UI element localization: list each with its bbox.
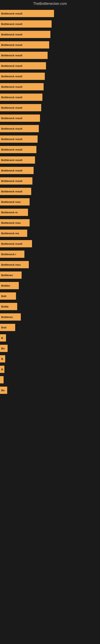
bar-row: Bottleneck r: [0, 249, 100, 260]
bottleneck-bar-19: Bottleneck resu: [0, 198, 30, 206]
bar-row: B: [0, 364, 100, 374]
bottleneck-bar-34: B: [0, 355, 5, 362]
bar-row: Bottleneck result: [0, 123, 100, 134]
bar-row: B: [0, 333, 100, 343]
bar-row: Bottleneck result: [0, 176, 100, 186]
bar-row: Bottleneck result: [0, 144, 100, 155]
bar-label-3: Bottleneck result: [1, 33, 22, 36]
bar-label-15: Bottleneck result: [1, 158, 22, 162]
bar-row: Bottleneck result: [0, 8, 100, 19]
bar-row: Bottleneck result: [0, 40, 100, 50]
bar-label-26: Bottlenec: [1, 274, 13, 277]
bottleneck-bar-36: [0, 376, 3, 384]
bar-label-35: B: [1, 368, 3, 371]
bar-row: Bottleneck result: [0, 186, 100, 196]
bottleneck-bar-18: Bottleneck result: [0, 188, 31, 195]
bottleneck-bar-1: Bottleneck result: [0, 10, 54, 17]
bar-row: Bottleneck result: [0, 113, 100, 123]
bottleneck-bar-17: Bottleneck result: [0, 177, 32, 184]
bar-label-23: Bottleneck result: [1, 242, 22, 245]
bar-row: Bott: [0, 322, 100, 333]
bottleneck-bar-20: Bottleneck re: [0, 209, 28, 216]
bottleneck-bar-21: Bottleneck resu: [0, 219, 30, 226]
bar-label-6: Bottleneck result: [1, 64, 22, 68]
bar-row: Bottleneck result: [0, 102, 100, 113]
bottleneck-bar-8: Bottleneck result: [0, 83, 44, 90]
bar-row: Bottleneck result: [0, 92, 100, 102]
site-title: TheBottlenecker.com: [0, 0, 100, 8]
bar-label-25: Bottleneck resu: [1, 263, 21, 266]
bar-row: Bott: [0, 291, 100, 301]
bar-row: Bottleneck result: [0, 50, 100, 60]
bar-row: Bottlenec: [0, 270, 100, 280]
bottleneck-bar-32: B: [0, 334, 6, 342]
bar-row: Bottleneck result: [0, 238, 100, 249]
bar-row: B: [0, 354, 100, 364]
bottleneck-bar-12: Bottleneck result: [0, 125, 39, 132]
bar-row: Bottleneck res: [0, 228, 100, 238]
bottleneck-bar-14: Bottleneck result: [0, 146, 36, 153]
bottleneck-bar-5: Bottleneck result: [0, 52, 48, 59]
bar-row: Bottleneck result: [0, 29, 100, 40]
bottleneck-bar-28: Bott: [0, 292, 16, 300]
bottleneck-bar-22: Bottleneck res: [0, 230, 27, 237]
bottleneck-bar-6: Bottleneck result: [0, 62, 46, 70]
bottleneck-bar-29: Bottle: [0, 303, 17, 310]
bottleneck-bar-26: Bottlenec: [0, 272, 22, 279]
bar-label-33: Bo: [1, 347, 4, 350]
bar-label-17: Bottleneck result: [1, 180, 22, 182]
bar-label-19: Bottleneck resu: [1, 200, 21, 204]
bottleneck-bar-37: Bo: [0, 386, 7, 394]
bar-label-1: Bottleneck result: [1, 12, 22, 15]
bar-label-32: B: [1, 336, 3, 340]
bar-label-9: Bottleneck result: [1, 96, 22, 99]
bar-row: Bottleneck result: [0, 155, 100, 165]
bottleneck-bar-15: Bottleneck result: [0, 156, 35, 164]
bar-label-22: Bottleneck res: [1, 232, 19, 235]
bottleneck-bar-4: Bottleneck result: [0, 41, 49, 48]
bottleneck-bar-3: Bottleneck result: [0, 31, 50, 38]
bar-row: Bottleneck resu: [0, 196, 100, 207]
bar-label-37: Bo: [1, 389, 4, 392]
bottleneck-bar-23: Bottleneck result: [0, 240, 32, 247]
bar-row: Bo: [0, 343, 100, 354]
bar-label-8: Bottleneck result: [1, 85, 22, 88]
bottleneck-bar-7: Bottleneck result: [0, 73, 45, 80]
bar-label-34: B: [1, 358, 3, 360]
bottleneck-bar-2: Bottleneck result: [0, 20, 51, 28]
bar-row: Bottleneck result: [0, 165, 100, 176]
bar-label-12: Bottleneck result: [1, 127, 22, 130]
bar-row: Bottlen: [0, 280, 100, 291]
bar-row: Bo: [0, 385, 100, 396]
bottleneck-bar-9: Bottleneck result: [0, 94, 42, 101]
bottleneck-bar-10: Bottleneck result: [0, 104, 41, 111]
bar-label-31: Bott: [1, 326, 6, 329]
bottleneck-bar-11: Bottleneck result: [0, 114, 40, 122]
bar-row: Bottleneck re: [0, 207, 100, 218]
bottleneck-bar-30: Bottlenec: [0, 313, 21, 320]
bar-label-13: Bottleneck result: [1, 138, 22, 141]
bar-label-20: Bottleneck re: [1, 211, 18, 214]
bottleneck-bar-31: Bott: [0, 324, 15, 331]
bar-row: Bottle: [0, 301, 100, 312]
bar-row: Bottlenec: [0, 312, 100, 322]
bar-label-18: Bottleneck result: [1, 190, 22, 193]
bar-row: Bottleneck result: [0, 71, 100, 82]
bottleneck-bar-25: Bottleneck resu: [0, 261, 29, 268]
bar-label-14: Bottleneck result: [1, 148, 22, 151]
bar-label-16: Bottleneck result: [1, 169, 22, 172]
bar-row: Bottleneck resu: [0, 218, 100, 228]
bar-label-27: Bottlen: [1, 284, 10, 287]
bottleneck-bar-24: Bottleneck r: [0, 250, 24, 258]
bar-row: Bottleneck result: [0, 19, 100, 29]
bar-label-2: Bottleneck result: [1, 22, 22, 26]
bar-label-4: Bottleneck result: [1, 44, 22, 46]
bar-row: Bottleneck resu: [0, 260, 100, 270]
bottleneck-bar-35: B: [0, 366, 4, 373]
bar-row: Bottleneck result: [0, 82, 100, 92]
bottleneck-bar-13: Bottleneck result: [0, 136, 38, 143]
bar-label-24: Bottleneck r: [1, 253, 16, 256]
bar-label-21: Bottleneck resu: [1, 222, 21, 224]
bar-label-11: Bottleneck result: [1, 117, 22, 120]
bar-row: Bottleneck result: [0, 134, 100, 144]
